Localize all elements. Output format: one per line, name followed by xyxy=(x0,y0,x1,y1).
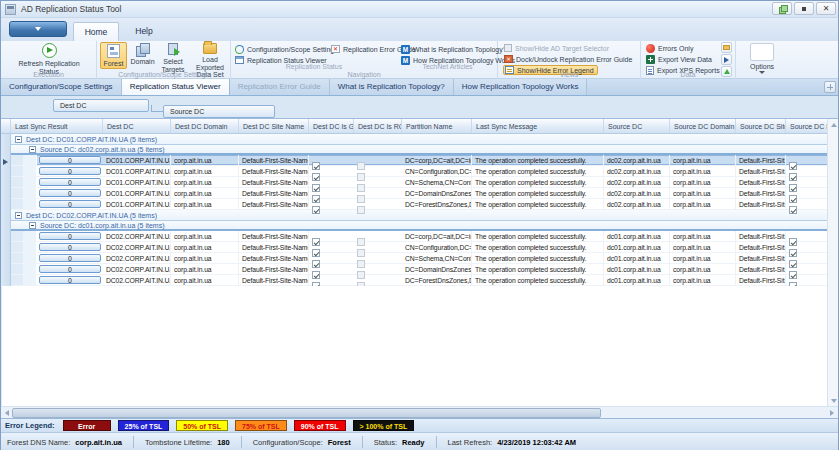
application-menu-button[interactable] xyxy=(9,21,67,37)
dest-is-gc-checkbox[interactable] xyxy=(312,195,320,203)
scroll-down-button[interactable] xyxy=(829,396,838,405)
dest-is-rodc-checkbox[interactable] xyxy=(357,238,365,246)
select-targets-button[interactable]: Select Targets xyxy=(158,42,188,73)
last-sync-result-value[interactable]: 0 xyxy=(39,265,101,273)
cell-source-dc-domain: corp.ait.in.ua xyxy=(670,242,736,252)
tab-strip-overflow-button[interactable] xyxy=(824,81,836,93)
last-sync-result-value[interactable]: 0 xyxy=(39,232,101,240)
dest-is-gc-checkbox[interactable] xyxy=(312,238,320,246)
data-mini-folder-button[interactable] xyxy=(721,42,732,53)
dest-is-rodc-checkbox[interactable] xyxy=(357,184,365,192)
last-sync-result-value[interactable]: 0 xyxy=(39,254,101,262)
options-button[interactable] xyxy=(750,43,774,61)
dest-is-gc-checkbox[interactable] xyxy=(312,206,320,214)
dest-is-gc-checkbox[interactable] xyxy=(312,271,320,279)
doc-tab-replication-status-viewer[interactable]: Replication Status Viewer xyxy=(122,79,230,95)
grid-row[interactable]: 0DC01.CORP.AIT.IN.UAcorp.ait.in.uaDefaul… xyxy=(11,155,829,166)
export-view-data-item[interactable]: Export View Data xyxy=(646,54,712,64)
column-header-source-dc[interactable]: Source DC xyxy=(604,119,670,133)
source-is-gc-checkbox[interactable] xyxy=(789,238,797,246)
ribbon-tab-help[interactable]: Help xyxy=(125,22,163,41)
grid-row[interactable]: 0DC02.CORP.AIT.IN.UAcorp.ait.in.uaDefaul… xyxy=(11,264,829,275)
source-is-gc-checkbox[interactable] xyxy=(789,206,797,214)
last-sync-result-value[interactable]: 0 xyxy=(39,178,101,186)
horizontal-scrollbar[interactable] xyxy=(1,406,838,418)
column-header-last-sync-result[interactable]: Last Sync Result xyxy=(11,119,103,133)
grid-row[interactable]: 0DC01.CORP.AIT.IN.UAcorp.ait.in.uaDefaul… xyxy=(11,188,829,199)
dest-is-gc-checkbox[interactable] xyxy=(312,173,320,181)
source-is-gc-checkbox[interactable] xyxy=(789,271,797,279)
ribbon-tab-home[interactable]: Home xyxy=(73,22,119,41)
subgroup-header-row[interactable]: Source DC: dc01.corp.ait.in.ua (5 items) xyxy=(11,221,829,231)
group-header-row[interactable]: Dest DC: DC01.CORP.AIT.IN.UA (5 items) xyxy=(11,134,829,145)
dest-is-gc-checkbox[interactable] xyxy=(312,260,320,268)
column-header-dest-dc-site-name[interactable]: Dest DC Site Name xyxy=(239,119,309,133)
column-header-source-dc-domain[interactable]: Source DC Domain xyxy=(670,119,736,133)
source-is-gc-checkbox[interactable] xyxy=(789,173,797,181)
column-header-dest-dc-is-gc[interactable]: Dest DC Is GC? xyxy=(309,119,354,133)
doc-tab-what-is-replication-topology[interactable]: What is Replication Topology? xyxy=(330,79,454,95)
collapse-icon[interactable] xyxy=(15,212,22,219)
source-is-gc-checkbox[interactable] xyxy=(789,195,797,203)
column-header-last-sync-message[interactable]: Last Sync Message xyxy=(472,119,604,133)
column-header-dest-dc-domain[interactable]: Dest DC Domain xyxy=(171,119,239,133)
grid-row[interactable]: 0DC02.CORP.AIT.IN.UAcorp.ait.in.uaDefaul… xyxy=(11,253,829,264)
grid-row[interactable]: 0DC02.CORP.AIT.IN.UAcorp.ait.in.uaDefaul… xyxy=(11,275,829,286)
group-by-chip-dest-dc[interactable]: Dest DC xyxy=(53,99,149,112)
dest-is-gc-checkbox[interactable] xyxy=(312,184,320,192)
column-header-partition-name[interactable]: Partition Name xyxy=(402,119,472,133)
dest-is-gc-checkbox[interactable] xyxy=(312,249,320,257)
dest-is-rodc-checkbox[interactable] xyxy=(357,162,365,170)
column-header-dest-dc[interactable]: Dest DC xyxy=(103,119,171,133)
errors-only-item[interactable]: Errors Only xyxy=(646,43,693,53)
collapse-icon[interactable] xyxy=(29,146,36,153)
dest-is-rodc-checkbox[interactable] xyxy=(357,249,365,257)
scroll-up-button[interactable] xyxy=(829,120,838,129)
group-by-chip-source-dc[interactable]: Source DC xyxy=(163,105,275,118)
last-sync-result-value[interactable]: 0 xyxy=(39,167,101,175)
dest-is-rodc-checkbox[interactable] xyxy=(357,206,365,214)
dest-is-rodc-checkbox[interactable] xyxy=(357,260,365,268)
collapse-icon[interactable] xyxy=(15,136,22,143)
column-header-source-dc-site[interactable]: Source DC Site... xyxy=(736,119,786,133)
minimize-button[interactable] xyxy=(794,2,814,15)
last-sync-result-value[interactable]: 0 xyxy=(39,189,101,197)
group-header-row[interactable]: Dest DC: DC02.CORP.AIT.IN.UA (5 items) xyxy=(11,210,829,221)
column-header-source-dc-is-g[interactable]: Source DC Is G... xyxy=(786,119,829,133)
grid-row[interactable]: 0DC01.CORP.AIT.IN.UAcorp.ait.in.uaDefaul… xyxy=(11,166,829,177)
dock-undock-replication-error-guide-item[interactable]: ✕ Dock/Undock Replication Error Guide xyxy=(504,54,632,64)
grid-row[interactable]: 0DC02.CORP.AIT.IN.UAcorp.ait.in.uaDefaul… xyxy=(11,231,829,242)
grid-row[interactable]: 0DC01.CORP.AIT.IN.UAcorp.ait.in.uaDefaul… xyxy=(11,177,829,188)
doc-tab-how-replication-topology-works[interactable]: How Replication Topology Works xyxy=(454,79,588,95)
forest-button[interactable]: Forest xyxy=(100,42,127,69)
window-pages-button[interactable] xyxy=(772,2,792,15)
what-is-replication-topology-item[interactable]: M What is Replication Topology? xyxy=(401,44,507,54)
grid-row[interactable]: 0DC02.CORP.AIT.IN.UAcorp.ait.in.uaDefaul… xyxy=(11,242,829,253)
horizontal-scroll-thumb[interactable] xyxy=(12,408,601,418)
subgroup-header-row[interactable]: Source DC: dc02.corp.ait.in.ua (5 items) xyxy=(11,145,829,155)
column-header-dest-dc-is-rodc[interactable]: Dest DC Is RODC? xyxy=(354,119,402,133)
dest-is-rodc-checkbox[interactable] xyxy=(357,271,365,279)
last-sync-result-value[interactable]: 0 xyxy=(39,276,101,284)
last-sync-result-value[interactable]: 0 xyxy=(39,156,101,164)
dest-is-gc-checkbox[interactable] xyxy=(312,162,320,170)
grid-row[interactable]: 0DC01.CORP.AIT.IN.UAcorp.ait.in.uaDefaul… xyxy=(11,199,829,210)
domain-button[interactable]: Domain xyxy=(128,42,157,66)
close-button[interactable]: ✕ xyxy=(816,2,836,15)
column-header-selector[interactable] xyxy=(1,119,11,133)
collapse-icon[interactable] xyxy=(29,222,36,229)
source-is-gc-checkbox[interactable] xyxy=(789,184,797,192)
last-sync-result-value[interactable]: 0 xyxy=(39,243,101,251)
scroll-right-button[interactable] xyxy=(827,408,837,418)
scroll-left-button[interactable] xyxy=(2,408,12,418)
last-sync-result-value[interactable]: 0 xyxy=(39,200,101,208)
source-is-gc-checkbox[interactable] xyxy=(789,162,797,170)
source-is-gc-checkbox[interactable] xyxy=(789,249,797,257)
vertical-scrollbar[interactable] xyxy=(827,119,838,406)
data-mini-export-button[interactable] xyxy=(721,54,732,65)
dest-is-rodc-checkbox[interactable] xyxy=(357,173,365,181)
source-is-gc-checkbox[interactable] xyxy=(789,260,797,268)
dest-is-rodc-checkbox[interactable] xyxy=(357,195,365,203)
configuration-scope-settings-item[interactable]: Configuration/Scope Settings xyxy=(235,44,338,54)
doc-tab-configuration-scope-settings[interactable]: Configuration/Scope Settings xyxy=(1,79,122,95)
